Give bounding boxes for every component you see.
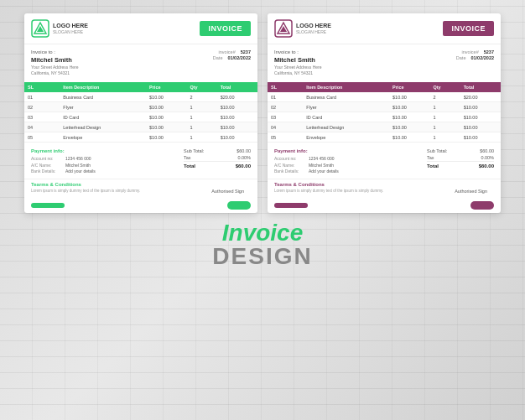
table-cell: 05 bbox=[24, 132, 60, 143]
terms-text-area-green: Tearms & Conditions Lorem ipsum is simpl… bbox=[31, 182, 140, 194]
logo-sub-green: SLOGAN HERE bbox=[53, 29, 88, 34]
logo-area-purple: LOGO HERE SLOGAN HERE bbox=[274, 19, 331, 38]
table-row: 03ID Card$10.001$10.00 bbox=[268, 112, 501, 122]
th-sl-purple: SL bbox=[268, 82, 303, 92]
table-row: 01Business Card$10.002$20.00 bbox=[24, 92, 257, 102]
invoice-card-green: LOGO HERE SLOGAN HERE INVOICE Invoice to… bbox=[24, 13, 257, 213]
invoice-table-green: SL Item Description Price Qty Total 01Bu… bbox=[24, 82, 257, 143]
table-cell: $10.00 bbox=[217, 102, 257, 112]
bank-row-purple: Bank Details: Add your details bbox=[274, 169, 420, 174]
table-cell: $10.00 bbox=[389, 92, 429, 102]
invoice-to-label-purple: Invoice to : bbox=[274, 49, 322, 54]
total-row-green: Total $60.00 bbox=[184, 161, 251, 169]
total-row-purple: Total $60.00 bbox=[427, 161, 494, 169]
payment-right-purple: Sub Total: $60.00 Tax 0.00% Total $60.00 bbox=[427, 148, 494, 175]
ac-name-row-purple: A/C Name: Mitchel Smith bbox=[274, 163, 420, 168]
table-cell: $10.00 bbox=[217, 112, 257, 122]
th-total-green: Total bbox=[217, 82, 257, 92]
terms-title-purple: Tearms & Conditions bbox=[274, 182, 383, 187]
table-cell: $10.00 bbox=[146, 102, 186, 112]
invoice-to-label-green: Invoice to : bbox=[31, 49, 79, 54]
tax-row-green: Tax 0.00% bbox=[184, 155, 251, 160]
logo-main-purple: LOGO HERE bbox=[296, 23, 331, 29]
th-price-green: Price bbox=[146, 82, 186, 92]
table-cell: 04 bbox=[24, 122, 60, 132]
subtotal-row-purple: Sub Total: $60.00 bbox=[427, 148, 494, 153]
table-cell: $10.00 bbox=[460, 132, 501, 143]
table-cell: 01 bbox=[268, 92, 303, 102]
payment-right-green: Sub Total: $60.00 Tax 0.00% Total $60.00 bbox=[184, 148, 251, 175]
table-cell: 1 bbox=[429, 102, 460, 112]
tax-row-purple: Tax 0.00% bbox=[427, 155, 494, 160]
table-cell: Business Card bbox=[303, 92, 389, 102]
table-row: 05Envelope$10.001$10.00 bbox=[268, 132, 501, 143]
terms-section-green: Tearms & Conditions Lorem ipsum is simpl… bbox=[24, 179, 257, 198]
table-cell: Business Card bbox=[60, 92, 146, 102]
footer-pill-green bbox=[227, 201, 251, 210]
invoice-num-row-purple: invoice# 5237 bbox=[456, 49, 494, 54]
table-cell: 2 bbox=[186, 92, 216, 102]
client-name-green: Mitchel Smith bbox=[31, 56, 79, 64]
table-cell: Letterhead Design bbox=[60, 122, 146, 132]
terms-title-green: Tearms & Conditions bbox=[31, 182, 140, 187]
table-row: 01Business Card$10.002$20.00 bbox=[268, 92, 501, 102]
invoice-card-purple: LOGO HERE SLOGAN HERE INVOICE Invoice to… bbox=[268, 13, 501, 213]
table-cell: Letterhead Design bbox=[303, 122, 389, 132]
invoice-badge-purple: INVOICE bbox=[443, 21, 494, 36]
table-cell: $10.00 bbox=[217, 132, 257, 143]
invoice-date-row-green: Date 01/02/2022 bbox=[213, 55, 251, 60]
table-cell: 02 bbox=[24, 102, 60, 112]
invoice-table-purple: SL Item Description Price Qty Total 01Bu… bbox=[268, 82, 501, 143]
footer-pill-purple bbox=[470, 201, 494, 210]
client-address-green: Your Street Address Here California, NY … bbox=[31, 65, 79, 76]
client-address-purple: Your Street Address Here California, NY … bbox=[274, 65, 322, 76]
footer-bar-green bbox=[31, 203, 65, 208]
table-cell: 02 bbox=[268, 102, 303, 112]
authorised-sign-green: Authorised Sign bbox=[200, 189, 251, 194]
th-qty-green: Qty bbox=[186, 82, 216, 92]
invoice-num-row-green: invoice# 5237 bbox=[213, 49, 251, 54]
payment-left-green: Payment info: Account no: 1234 456 000 A… bbox=[31, 148, 177, 175]
table-cell: 04 bbox=[268, 122, 303, 132]
table-cell: $20.00 bbox=[460, 92, 501, 102]
table-cell: $10.00 bbox=[146, 112, 186, 122]
client-name-purple: Mitchel Smith bbox=[274, 56, 322, 64]
th-price-purple: Price bbox=[389, 82, 429, 92]
table-cell: $20.00 bbox=[217, 92, 257, 102]
logo-icon-green bbox=[31, 19, 49, 38]
account-no-row-green: Account no: 1234 456 000 bbox=[31, 156, 177, 161]
invoice-header-green: LOGO HERE SLOGAN HERE INVOICE bbox=[24, 13, 257, 44]
logo-text-purple: LOGO HERE SLOGAN HERE bbox=[296, 23, 331, 34]
bottom-title: Invoice DESIGN bbox=[212, 221, 312, 268]
table-cell: $10.00 bbox=[460, 122, 501, 132]
table-cell: $10.00 bbox=[460, 112, 501, 122]
invoice-meta-purple: invoice# 5237 Date 01/02/2022 bbox=[456, 49, 494, 61]
table-cell: 2 bbox=[429, 92, 460, 102]
terms-text-purple: Lorem ipsum is simply dummy text of the … bbox=[274, 189, 383, 194]
table-cell: $10.00 bbox=[389, 112, 429, 122]
table-cell: 1 bbox=[186, 112, 216, 122]
logo-icon-purple bbox=[274, 19, 293, 38]
payment-left-purple: Payment info: Account no: 1234 456 000 A… bbox=[274, 148, 420, 175]
table-cell: 1 bbox=[186, 132, 216, 143]
table-cell: ID Card bbox=[303, 112, 389, 122]
invoice-to-section-purple: Invoice to : Mitchel Smith Your Street A… bbox=[274, 49, 322, 76]
th-sl-green: SL bbox=[24, 82, 60, 92]
background: LOGO HERE SLOGAN HERE INVOICE Invoice to… bbox=[0, 0, 525, 420]
table-cell: $10.00 bbox=[146, 132, 186, 143]
table-cell: 03 bbox=[24, 112, 60, 122]
logo-area-green: LOGO HERE SLOGAN HERE bbox=[31, 19, 88, 38]
table-row: 02Flyer$10.001$10.00 bbox=[268, 102, 501, 112]
account-no-row-purple: Account no: 1234 456 000 bbox=[274, 156, 420, 161]
invoice-meta-green: invoice# 5237 Date 01/02/2022 bbox=[213, 49, 251, 61]
table-row: 02Flyer$10.001$10.00 bbox=[24, 102, 257, 112]
th-qty-purple: Qty bbox=[429, 82, 460, 92]
table-cell: 1 bbox=[186, 102, 216, 112]
table-cell: $10.00 bbox=[389, 102, 429, 112]
table-cell: Envelope bbox=[303, 132, 389, 143]
th-desc-green: Item Description bbox=[60, 82, 146, 92]
th-desc-purple: Item Description bbox=[303, 82, 389, 92]
table-cell: Envelope bbox=[60, 132, 146, 143]
bottom-invoice-text: Invoice bbox=[212, 221, 312, 245]
table-cell: $10.00 bbox=[146, 92, 186, 102]
